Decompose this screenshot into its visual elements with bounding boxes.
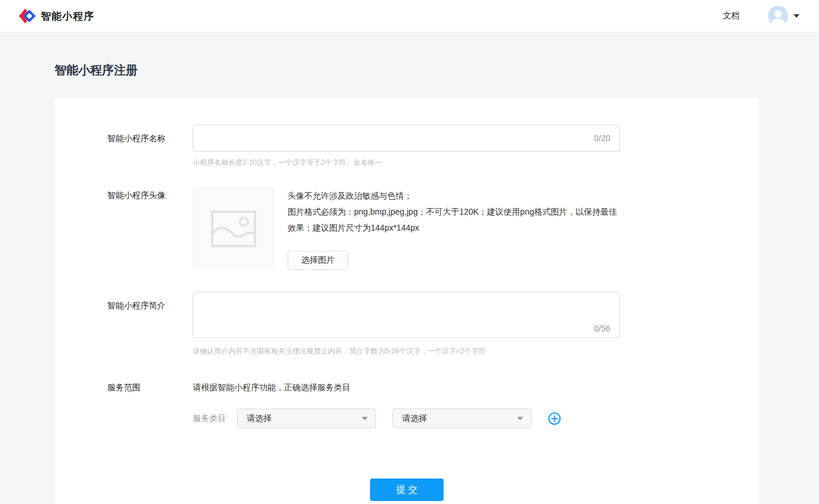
plus-circle-icon [548,412,561,425]
category-select-level2-value: 请选择 [402,413,427,424]
user-avatar-icon [768,6,788,26]
chevron-down-icon [362,417,368,420]
scope-hint-text: 请根据智能小程序功能，正确选择服务类目 [193,380,759,393]
intro-help-text: 请确认简介内容不含国家相关法律法规禁止内容，简介字数为5-28个汉字，一个汉字=… [193,346,759,356]
name-field-row: 智能小程序名称 0/20 小程序名称长度2-10汉字，一个汉字等于2个字符。命名… [107,125,759,168]
submit-button[interactable]: 提交 [370,479,444,501]
submit-row: 提交 [55,479,759,501]
brand-logo-icon [18,7,36,25]
caret-down-icon [793,14,799,18]
avatar-upload-placeholder [193,188,274,269]
avatar-rules-line1: 头像不允许涉及政治敏感与色情； [288,188,620,204]
scope-field-label: 服务范围 [107,380,193,428]
registration-card: 智能小程序名称 0/20 小程序名称长度2-10汉字，一个汉字等于2个字符。命名… [55,98,759,504]
category-label: 服务类目 [193,413,226,424]
avatar-rules-line2: 图片格式必须为：png,bmp,jpeg,jpg；不可大于120K；建议使用pn… [288,204,620,236]
category-select-level2[interactable]: 请选择 [393,409,531,428]
scope-field-row: 服务范围 请根据智能小程序功能，正确选择服务类目 服务类目 请选择 请选择 [107,380,759,428]
image-placeholder-icon [211,210,256,247]
category-select-level1[interactable]: 请选择 [237,409,376,428]
add-category-button[interactable] [548,412,561,425]
nav-docs-link[interactable]: 文档 [723,11,740,21]
name-help-text: 小程序名称长度2-10汉字，一个汉字等于2个字符。命名唯一 [193,158,759,168]
avatar-field-row: 智能小程序头像 头像不允许涉及政治敏感与色情； [107,188,759,270]
intro-char-counter: 0/56 [594,324,610,333]
name-field-label: 智能小程序名称 [107,125,193,168]
intro-field-label: 智能小程序简介 [107,292,193,356]
brand-logo[interactable]: 智能小程序 [18,7,94,25]
main-content: 智能小程序注册 智能小程序名称 0/20 小程序名称长度2-10汉字，一个汉字等… [0,62,819,504]
category-select-level1-value: 请选择 [247,413,272,424]
name-char-counter: 0/20 [594,133,610,143]
intro-field-row: 智能小程序简介 0/56 请确认简介内容不含国家相关法律法规禁止内容，简介字数为… [107,292,759,356]
account-menu[interactable] [768,6,799,26]
brand-title: 智能小程序 [41,9,94,23]
avatar-field-label: 智能小程序头像 [107,188,193,270]
choose-image-button[interactable]: 选择图片 [288,251,348,270]
app-header: 智能小程序 文档 [0,0,819,33]
page-title: 智能小程序注册 [55,62,819,78]
intro-textarea[interactable] [193,292,620,338]
name-input[interactable] [193,125,620,152]
chevron-down-icon [517,417,523,420]
